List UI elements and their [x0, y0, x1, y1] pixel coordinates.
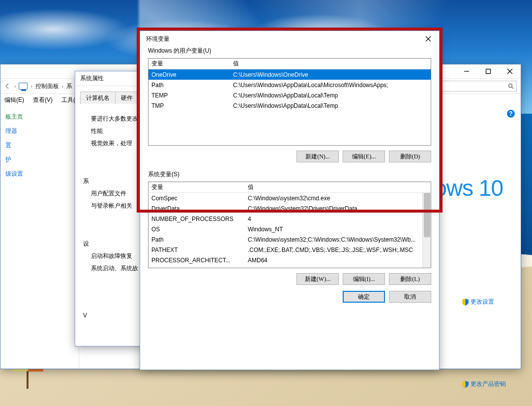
- var-name-cell: Path: [148, 82, 230, 89]
- var-name-cell: TEMP: [148, 92, 230, 99]
- var-name-cell: OneDrive: [148, 71, 230, 78]
- table-row[interactable]: TEMPC:\Users\Windows\AppData\Local\Temp: [148, 90, 431, 100]
- table-row[interactable]: PathC:\Users\Windows\AppData\Local\Micro…: [148, 80, 431, 90]
- table-row[interactable]: TMPC:\Users\Windows\AppData\Local\Temp: [148, 100, 431, 111]
- var-name-cell: OS: [148, 226, 245, 233]
- col-header-variable[interactable]: 变量: [148, 60, 230, 68]
- cancel-button[interactable]: 取消: [389, 291, 431, 303]
- var-name-cell: NUMBER_OF_PROCESSORS: [148, 216, 245, 222]
- chevron-right-icon: ›: [13, 84, 17, 89]
- dialog-title: 系统属性: [80, 74, 104, 83]
- sidebar-header: 板主页: [5, 113, 74, 121]
- sys-vars-label: 系统变量(S): [148, 170, 431, 179]
- menu-edit[interactable]: 编辑(E): [4, 96, 24, 104]
- table-row[interactable]: PATHEXT.COM;.EXE;.BAT;.CMD;.VBS;.VBE;.JS…: [148, 245, 431, 255]
- col-header-variable[interactable]: 变量: [148, 183, 245, 191]
- link-change-product-key[interactable]: 更改产品密钥: [462, 380, 506, 388]
- user-delete-button[interactable]: 删除(D): [389, 151, 431, 162]
- var-value-cell: Windows_NT: [245, 226, 431, 233]
- sys-vars-scrollbar[interactable]: [422, 192, 431, 268]
- cp-sidebar: 板主页 理器 置 护 级设置: [0, 106, 79, 369]
- breadcrumb-item[interactable]: 控制面板: [35, 82, 59, 91]
- nav-back-icon[interactable]: [3, 82, 11, 90]
- shield-icon: [462, 299, 469, 306]
- breadcrumb-item[interactable]: 系: [66, 82, 72, 91]
- col-header-value[interactable]: 值: [230, 60, 431, 68]
- dialog-title: 环境变量: [146, 35, 170, 43]
- scrollbar-thumb[interactable]: [424, 193, 430, 237]
- var-name-cell: DriverData: [148, 205, 245, 212]
- var-value-cell: C:\Users\Windows\AppData\Local\Temp: [230, 92, 431, 99]
- shield-icon: [462, 381, 469, 388]
- sidebar-item[interactable]: 护: [5, 156, 74, 164]
- sidebar-item[interactable]: 级设置: [5, 170, 74, 178]
- env-close-button[interactable]: [417, 32, 439, 46]
- var-name-cell: Path: [148, 236, 245, 243]
- svg-line-5: [512, 87, 513, 89]
- var-name-cell: TMP: [148, 102, 230, 109]
- sidebar-item[interactable]: 置: [5, 141, 74, 150]
- var-name-cell: ComSpec: [148, 195, 245, 202]
- search-icon: [508, 83, 514, 89]
- var-value-cell: AMD64: [245, 257, 431, 264]
- var-value-cell: C:\Users\Windows\AppData\Local\Microsoft…: [230, 82, 431, 89]
- table-row[interactable]: NUMBER_OF_PROCESSORS4: [148, 214, 431, 224]
- cp-maximize-button[interactable]: [477, 64, 499, 78]
- sys-edit-button[interactable]: 编辑(I)...: [343, 273, 385, 285]
- var-name-cell: PROCESSOR_ARCHITECT...: [148, 257, 245, 264]
- table-row[interactable]: PROCESSOR_ARCHITECT...AMD64: [148, 255, 431, 265]
- table-row[interactable]: ComSpecC:\Windows\system32\cmd.exe: [148, 193, 431, 203]
- help-icon[interactable]: ?: [507, 110, 515, 118]
- environment-variables-dialog: 环境变量 Windows 的用户变量(U) 变量 值 OneDriveC:\Us…: [140, 31, 440, 370]
- cp-close-button[interactable]: [499, 64, 521, 78]
- svg-point-4: [509, 84, 512, 88]
- tab-hardware[interactable]: 硬件: [115, 92, 139, 104]
- var-value-cell: C:\Users\Windows\AppData\Local\Temp: [230, 102, 431, 109]
- col-header-value[interactable]: 值: [245, 183, 431, 191]
- table-row[interactable]: PathC:\Windows\system32;C:\Windows;C:\Wi…: [148, 234, 431, 245]
- ok-button[interactable]: 确定: [343, 291, 385, 303]
- link-change-settings[interactable]: 更改设置: [462, 298, 506, 306]
- user-vars-table[interactable]: 变量 值 OneDriveC:\Users\Windows\OneDrivePa…: [148, 58, 431, 146]
- var-value-cell: .COM;.EXE;.BAT;.CMD;.VBS;.VBE;.JS;.JSE;.…: [245, 247, 431, 253]
- user-edit-button[interactable]: 编辑(E)...: [343, 151, 385, 162]
- user-new-button[interactable]: 新建(N)...: [296, 151, 339, 162]
- menu-view[interactable]: 查看(V): [33, 96, 53, 104]
- var-value-cell: 4: [245, 216, 431, 222]
- table-row[interactable]: OneDriveC:\Users\Windows\OneDrive: [148, 69, 431, 80]
- user-vars-label: Windows 的用户变量(U): [148, 47, 431, 55]
- sys-new-button[interactable]: 新建(W)...: [296, 273, 339, 285]
- svg-rect-1: [486, 69, 491, 74]
- sys-delete-button[interactable]: 删除(L): [389, 273, 431, 285]
- var-value-cell: C:\Windows\system32;C:\Windows;C:\Window…: [245, 236, 431, 243]
- table-row[interactable]: OSWindows_NT: [148, 224, 431, 234]
- cp-minimize-button[interactable]: [456, 64, 477, 78]
- windows10-label: lows 10: [430, 175, 503, 201]
- var-value-cell: C:\Windows\system32\cmd.exe: [245, 195, 431, 202]
- control-panel-icon: [19, 83, 28, 90]
- var-name-cell: PATHEXT: [148, 247, 245, 253]
- var-value-cell: C:\Windows\System32\Drivers\DriverData: [245, 205, 431, 212]
- sys-vars-table[interactable]: 变量 值 ComSpecC:\Windows\system32\cmd.exeD…: [148, 182, 431, 268]
- tab-computer-name[interactable]: 计算机名: [80, 92, 116, 104]
- sidebar-item[interactable]: 理器: [5, 127, 74, 135]
- var-value-cell: C:\Users\Windows\OneDrive: [230, 71, 431, 78]
- table-row[interactable]: DriverDataC:\Windows\System32\Drivers\Dr…: [148, 203, 431, 214]
